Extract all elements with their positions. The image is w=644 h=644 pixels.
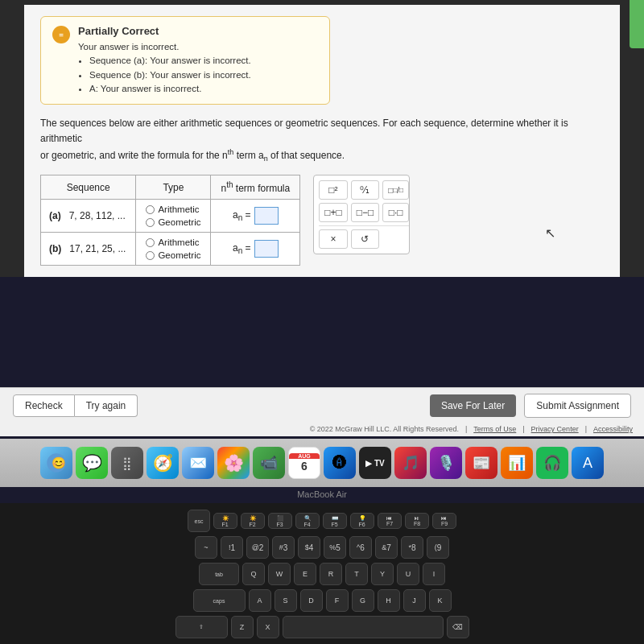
key-tab[interactable]: tab [199, 563, 239, 585]
type-a-cell: Arithmetic Geometric [136, 200, 211, 233]
key-x[interactable]: X [257, 616, 279, 638]
dock-photos[interactable]: 🌸 [217, 447, 250, 479]
keypad-add-btn[interactable]: □+□ [319, 203, 348, 222]
radio-b-arithmetic-input[interactable] [146, 238, 155, 247]
keypad-square-btn[interactable]: □² [319, 180, 348, 200]
save-later-button[interactable]: Save For Later [430, 394, 516, 417]
seq-b-label: (b) [49, 243, 61, 254]
key-d[interactable]: D [300, 589, 323, 612]
key-r[interactable]: R [320, 563, 342, 585]
footer-accessibility-link[interactable]: Accessibility [593, 425, 633, 433]
dock-appstore2[interactable]: A [572, 447, 604, 479]
footer-privacy-link[interactable]: Privacy Center [531, 425, 579, 433]
keypad-subtract-btn[interactable]: □−□ [351, 203, 380, 222]
radio-b-geometric[interactable]: Geometric [146, 250, 200, 260]
key-w[interactable]: W [268, 563, 291, 585]
keypad-mixed-btn[interactable]: □□/□ [382, 180, 409, 200]
feedback-item-3: A: Your answer is incorrect. [89, 82, 318, 96]
key-g[interactable]: G [352, 589, 374, 612]
key-2[interactable]: @2 [246, 536, 269, 559]
key-h[interactable]: H [378, 589, 400, 612]
sequences-table: Sequence Type nth term formula (a) [40, 175, 300, 266]
key-f2[interactable]: ☀️F2 [241, 513, 265, 529]
key-4[interactable]: $4 [298, 536, 320, 559]
key-shift-left[interactable]: ⇧ [175, 616, 228, 638]
dock-facetime[interactable]: 📹 [253, 447, 285, 479]
key-f4[interactable]: 🔍F4 [295, 513, 320, 529]
feedback-content: Partially Correct Your answer is incorre… [78, 25, 318, 96]
svg-text:😊: 😊 [52, 456, 66, 470]
key-q[interactable]: Q [242, 563, 265, 585]
dock-appletv[interactable]: ▶ TV [359, 447, 391, 479]
keypad-separator [319, 225, 409, 226]
key-8[interactable]: *8 [401, 536, 423, 559]
recheck-button[interactable]: Recheck [13, 394, 75, 417]
key-f9[interactable]: ⏭F9 [432, 513, 456, 529]
key-backspace[interactable]: ⌫ [447, 616, 469, 638]
key-5[interactable]: %5 [324, 536, 346, 559]
dock-spotify[interactable]: 🎧 [536, 447, 568, 479]
key-t[interactable]: T [345, 563, 368, 585]
cursor-arrow: ↖ [545, 225, 555, 241]
key-f6[interactable]: 💡F6 [350, 513, 374, 529]
key-tilde[interactable]: ~ [195, 536, 217, 559]
dock-appstore[interactable]: 🅐 [324, 447, 356, 479]
footer-terms-link[interactable]: Terms of Use [473, 425, 516, 433]
dock-safari[interactable]: 🧭 [147, 447, 179, 479]
key-f[interactable]: F [326, 589, 349, 612]
keypad-undo-btn[interactable]: ↺ [351, 229, 380, 249]
radio-a-geometric-input[interactable] [146, 218, 155, 227]
table-section: Sequence Type nth term formula (a) [40, 175, 604, 266]
key-z[interactable]: Z [231, 616, 254, 638]
key-f7[interactable]: ⏮F7 [378, 513, 402, 529]
key-1[interactable]: !1 [221, 536, 243, 559]
formula-a-prefix: an = [233, 209, 251, 222]
dock-calendar[interactable]: AUG 6 [288, 447, 320, 479]
dock-music[interactable]: 🎵 [394, 447, 427, 479]
feedback-item-1: Sequence (a): Your answer is incorrect. [89, 54, 318, 68]
keypad-fraction-btn[interactable]: ⁰⁄₁ [351, 180, 380, 200]
key-k[interactable]: K [429, 589, 452, 612]
key-i[interactable]: I [423, 563, 445, 585]
key-9[interactable]: (9 [427, 536, 449, 559]
dock-mail[interactable]: ✉️ [182, 447, 214, 479]
key-6[interactable]: ^6 [349, 536, 372, 559]
radio-b-arithmetic[interactable]: Arithmetic [146, 237, 199, 247]
formula-a-input[interactable] [254, 207, 279, 225]
dock-finder[interactable]: 😊 [40, 447, 72, 479]
key-f5[interactable]: ⌨️F5 [323, 513, 347, 529]
key-esc[interactable]: esc [188, 510, 210, 532]
key-7[interactable]: &7 [375, 536, 398, 559]
key-f8[interactable]: ⏯F8 [405, 513, 429, 529]
key-space[interactable] [283, 616, 444, 638]
key-j[interactable]: J [403, 589, 426, 612]
key-f1[interactable]: ☀️F1 [213, 513, 237, 529]
key-a[interactable]: A [249, 589, 271, 612]
key-s[interactable]: S [275, 589, 297, 612]
radio-b-geometric-input[interactable] [146, 251, 155, 260]
formula-b-input[interactable] [254, 240, 279, 258]
formula-b-container: an = [221, 240, 290, 258]
key-3[interactable]: #3 [272, 536, 295, 559]
key-y[interactable]: Y [371, 563, 394, 585]
submit-button[interactable]: Submit Assignment [524, 394, 631, 418]
radio-a-arithmetic-input[interactable] [146, 205, 155, 214]
key-caps[interactable]: caps [193, 589, 246, 612]
dock-news[interactable]: 📰 [465, 447, 497, 479]
key-f3[interactable]: ⬛F3 [268, 513, 292, 529]
keypad-dot-multiply-btn[interactable]: □·□ [382, 203, 409, 222]
screen: = Partially Correct Your answer is incor… [24, 5, 620, 277]
radio-a-arithmetic[interactable]: Arithmetic [146, 204, 199, 214]
dock-podcasts[interactable]: 🎙️ [430, 447, 462, 479]
keypad-times-btn[interactable]: × [319, 229, 348, 249]
dock-messages[interactable]: 💬 [76, 447, 108, 479]
footer-copyright: © 2022 McGraw Hill LLC. All Rights Reser… [310, 425, 459, 433]
key-e[interactable]: E [294, 563, 316, 585]
radio-a-geometric[interactable]: Geometric [146, 217, 200, 227]
dock-launchpad[interactable]: ⣿ [111, 447, 143, 479]
dock-keynote[interactable]: 📊 [501, 447, 533, 479]
sequence-a-cell: (a) 7, 28, 112, ... [41, 200, 136, 233]
try-again-button[interactable]: Try again [75, 394, 138, 417]
feedback-title: Partially Correct [78, 25, 318, 37]
key-u[interactable]: U [397, 563, 419, 585]
